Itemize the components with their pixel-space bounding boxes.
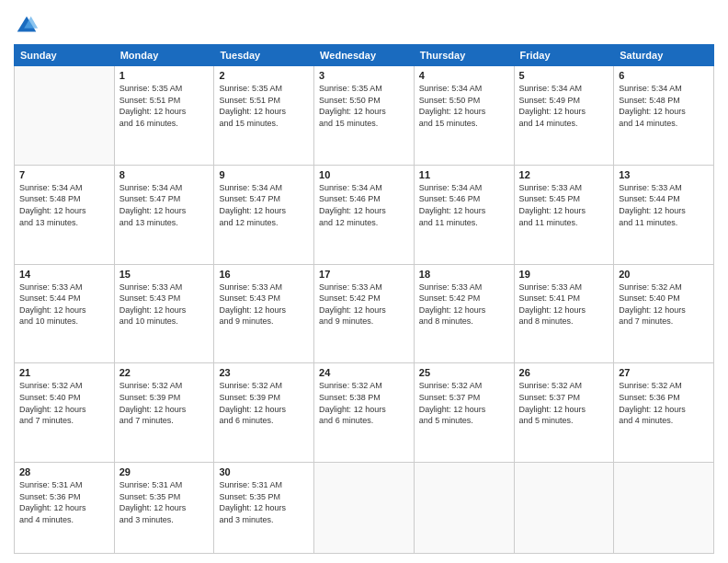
calendar-cell: 30Sunrise: 5:31 AMSunset: 5:35 PMDayligh… [214,463,314,554]
day-info: Sunrise: 5:34 AMSunset: 5:48 PMDaylight:… [619,83,709,129]
day-number: 19 [519,269,609,280]
calendar-week-row: 7Sunrise: 5:34 AMSunset: 5:48 PMDaylight… [15,165,714,264]
day-number: 10 [319,169,409,180]
calendar-week-row: 14Sunrise: 5:33 AMSunset: 5:44 PMDayligh… [15,264,714,363]
day-number: 25 [419,367,509,378]
day-number: 12 [519,169,609,180]
calendar-cell [15,66,115,166]
day-info: Sunrise: 5:32 AMSunset: 5:40 PMDaylight:… [619,282,709,327]
day-number: 29 [119,466,210,477]
day-info: Sunrise: 5:33 AMSunset: 5:44 PMDaylight:… [619,182,709,228]
calendar-cell: 16Sunrise: 5:33 AMSunset: 5:43 PMDayligh… [214,264,314,363]
day-number: 4 [419,70,509,81]
day-number: 15 [119,269,210,280]
day-number: 6 [619,70,709,81]
logo [14,13,43,39]
calendar-cell: 23Sunrise: 5:32 AMSunset: 5:39 PMDayligh… [214,363,314,463]
calendar-cell: 8Sunrise: 5:34 AMSunset: 5:47 PMDaylight… [114,165,214,264]
day-info: Sunrise: 5:34 AMSunset: 5:49 PMDaylight:… [519,83,609,129]
day-info: Sunrise: 5:34 AMSunset: 5:47 PMDaylight:… [219,182,309,228]
day-info: Sunrise: 5:34 AMSunset: 5:47 PMDaylight:… [119,182,210,228]
calendar-cell: 15Sunrise: 5:33 AMSunset: 5:43 PMDayligh… [114,264,214,363]
day-info: Sunrise: 5:32 AMSunset: 5:38 PMDaylight:… [319,380,409,426]
header [14,9,714,39]
day-info: Sunrise: 5:31 AMSunset: 5:36 PMDaylight:… [19,479,109,525]
weekday-header: Friday [514,45,614,66]
day-number: 11 [419,169,509,180]
calendar-cell: 25Sunrise: 5:32 AMSunset: 5:37 PMDayligh… [414,363,514,463]
calendar-cell: 26Sunrise: 5:32 AMSunset: 5:37 PMDayligh… [514,363,614,463]
calendar-header-row: SundayMondayTuesdayWednesdayThursdayFrid… [15,45,714,66]
calendar-cell: 20Sunrise: 5:32 AMSunset: 5:40 PMDayligh… [614,264,714,363]
day-number: 20 [619,269,709,280]
calendar-cell: 22Sunrise: 5:32 AMSunset: 5:39 PMDayligh… [114,363,214,463]
day-info: Sunrise: 5:33 AMSunset: 5:41 PMDaylight:… [519,282,609,327]
day-number: 28 [19,466,109,477]
day-info: Sunrise: 5:34 AMSunset: 5:48 PMDaylight:… [19,182,109,228]
day-number: 8 [119,169,210,180]
calendar-cell: 5Sunrise: 5:34 AMSunset: 5:49 PMDaylight… [514,66,614,166]
calendar-cell: 12Sunrise: 5:33 AMSunset: 5:45 PMDayligh… [514,165,614,264]
calendar-cell: 29Sunrise: 5:31 AMSunset: 5:35 PMDayligh… [114,463,214,554]
day-info: Sunrise: 5:33 AMSunset: 5:42 PMDaylight:… [319,282,409,327]
day-info: Sunrise: 5:32 AMSunset: 5:40 PMDaylight:… [19,380,109,426]
day-number: 5 [519,70,609,81]
calendar-cell: 4Sunrise: 5:34 AMSunset: 5:50 PMDaylight… [414,66,514,166]
weekday-header: Wednesday [314,45,415,66]
calendar-cell [414,463,514,554]
day-info: Sunrise: 5:33 AMSunset: 5:45 PMDaylight:… [519,182,609,228]
weekday-header: Thursday [414,45,514,66]
calendar-week-row: 1Sunrise: 5:35 AMSunset: 5:51 PMDaylight… [15,66,714,166]
day-info: Sunrise: 5:35 AMSunset: 5:51 PMDaylight:… [119,83,210,129]
calendar-cell [514,463,614,554]
page: SundayMondayTuesdayWednesdayThursdayFrid… [0,0,728,563]
weekday-header: Saturday [614,45,714,66]
day-info: Sunrise: 5:32 AMSunset: 5:36 PMDaylight:… [619,380,709,426]
day-number: 17 [319,269,409,280]
day-info: Sunrise: 5:31 AMSunset: 5:35 PMDaylight:… [119,479,210,525]
day-info: Sunrise: 5:32 AMSunset: 5:37 PMDaylight:… [519,380,609,426]
day-info: Sunrise: 5:32 AMSunset: 5:37 PMDaylight:… [419,380,509,426]
calendar-cell: 27Sunrise: 5:32 AMSunset: 5:36 PMDayligh… [614,363,714,463]
day-number: 16 [219,269,309,280]
calendar-cell: 14Sunrise: 5:33 AMSunset: 5:44 PMDayligh… [15,264,115,363]
day-info: Sunrise: 5:32 AMSunset: 5:39 PMDaylight:… [119,380,210,426]
day-number: 9 [219,169,309,180]
calendar-cell: 3Sunrise: 5:35 AMSunset: 5:50 PMDaylight… [314,66,415,166]
day-number: 14 [19,269,109,280]
day-number: 26 [519,367,609,378]
weekday-header: Sunday [15,45,115,66]
calendar-cell [614,463,714,554]
day-info: Sunrise: 5:33 AMSunset: 5:43 PMDaylight:… [219,282,309,327]
calendar-cell: 1Sunrise: 5:35 AMSunset: 5:51 PMDaylight… [114,66,214,166]
day-number: 21 [19,367,109,378]
calendar-week-row: 28Sunrise: 5:31 AMSunset: 5:36 PMDayligh… [15,463,714,554]
day-number: 22 [119,367,210,378]
day-info: Sunrise: 5:32 AMSunset: 5:39 PMDaylight:… [219,380,309,426]
day-number: 2 [219,70,309,81]
day-info: Sunrise: 5:33 AMSunset: 5:44 PMDaylight:… [19,282,109,327]
day-info: Sunrise: 5:33 AMSunset: 5:43 PMDaylight:… [119,282,210,327]
day-info: Sunrise: 5:34 AMSunset: 5:50 PMDaylight:… [419,83,509,129]
day-number: 18 [419,269,509,280]
day-info: Sunrise: 5:35 AMSunset: 5:50 PMDaylight:… [319,83,409,129]
day-info: Sunrise: 5:33 AMSunset: 5:42 PMDaylight:… [419,282,509,327]
calendar-cell: 10Sunrise: 5:34 AMSunset: 5:46 PMDayligh… [314,165,415,264]
day-number: 1 [119,70,210,81]
day-number: 23 [219,367,309,378]
calendar-cell: 11Sunrise: 5:34 AMSunset: 5:46 PMDayligh… [414,165,514,264]
day-info: Sunrise: 5:34 AMSunset: 5:46 PMDaylight:… [419,182,509,228]
calendar-cell: 13Sunrise: 5:33 AMSunset: 5:44 PMDayligh… [614,165,714,264]
calendar-cell: 2Sunrise: 5:35 AMSunset: 5:51 PMDaylight… [214,66,314,166]
day-number: 24 [319,367,409,378]
calendar-cell: 19Sunrise: 5:33 AMSunset: 5:41 PMDayligh… [514,264,614,363]
calendar-cell: 21Sunrise: 5:32 AMSunset: 5:40 PMDayligh… [15,363,115,463]
weekday-header: Tuesday [214,45,314,66]
calendar-cell [314,463,415,554]
day-number: 7 [19,169,109,180]
calendar-cell: 6Sunrise: 5:34 AMSunset: 5:48 PMDaylight… [614,66,714,166]
calendar-cell: 18Sunrise: 5:33 AMSunset: 5:42 PMDayligh… [414,264,514,363]
weekday-header: Monday [114,45,214,66]
day-number: 30 [219,466,309,477]
day-number: 3 [319,70,409,81]
